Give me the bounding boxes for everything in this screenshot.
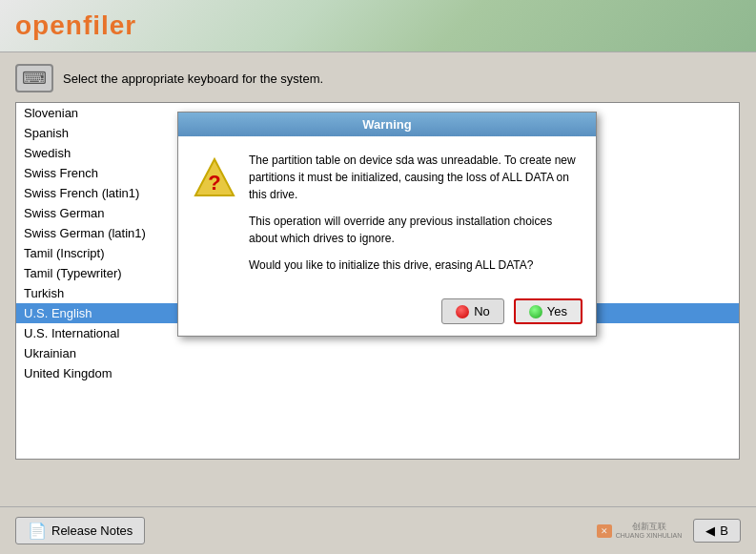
red-dot-icon <box>456 305 469 318</box>
header: openfiler <box>0 0 756 52</box>
keyboard-icon: ⌨ <box>15 64 53 92</box>
release-notes-label: Release Notes <box>51 523 133 538</box>
dialog-body: ? The partition table on device sda was … <box>178 136 596 293</box>
dialog-line2: This operation will override any previou… <box>249 213 582 247</box>
dialog-title: Warning <box>362 117 412 132</box>
green-dot-icon <box>529 305 542 318</box>
svg-text:?: ? <box>208 171 220 195</box>
watermark-icon: ✕ <box>597 524 612 538</box>
no-button[interactable]: No <box>441 298 504 324</box>
yes-label: Yes <box>547 304 567 318</box>
back-button[interactable]: ◀ B <box>693 519 741 543</box>
release-notes-button[interactable]: 📄 Release Notes <box>15 517 145 544</box>
content-area: SlovenianSpanishSwedishSwiss FrenchSwiss… <box>15 102 741 460</box>
dialog-line1: The partition table on device sda was un… <box>249 152 582 203</box>
no-label: No <box>474 304 490 318</box>
footer: 📄 Release Notes ✕ 创新互联 CHUANG XINHULIAN … <box>0 506 756 554</box>
watermark: ✕ 创新互联 CHUANG XINHULIAN <box>597 522 683 540</box>
language-list-item[interactable]: Ukrainian <box>16 343 739 363</box>
logo: openfiler <box>15 10 136 41</box>
instruction-text: Select the appropriate keyboard for the … <box>63 72 323 86</box>
warning-triangle-icon: ? <box>192 155 237 201</box>
main-content: ⌨ Select the appropriate keyboard for th… <box>0 52 756 506</box>
warning-dialog: Warning ? The partition table on device … <box>177 112 597 337</box>
instruction-row: ⌨ Select the appropriate keyboard for th… <box>15 64 741 92</box>
dialog-buttons: No Yes <box>178 293 596 336</box>
logo-filer: filer <box>83 10 136 40</box>
dialog-titlebar: Warning <box>178 113 596 136</box>
logo-open: open <box>15 10 83 40</box>
language-list-item[interactable]: United Kingdom <box>16 363 739 383</box>
yes-button[interactable]: Yes <box>514 298 582 324</box>
dialog-line3: Would you like to initialize this drive,… <box>249 256 582 274</box>
back-label: B <box>720 523 728 538</box>
watermark-brand: 创新互联 CHUANG XINHULIAN <box>616 522 683 540</box>
back-arrow-icon: ◀ <box>705 523 715 538</box>
document-icon: 📄 <box>28 522 47 540</box>
dialog-message: The partition table on device sda was un… <box>249 152 582 283</box>
